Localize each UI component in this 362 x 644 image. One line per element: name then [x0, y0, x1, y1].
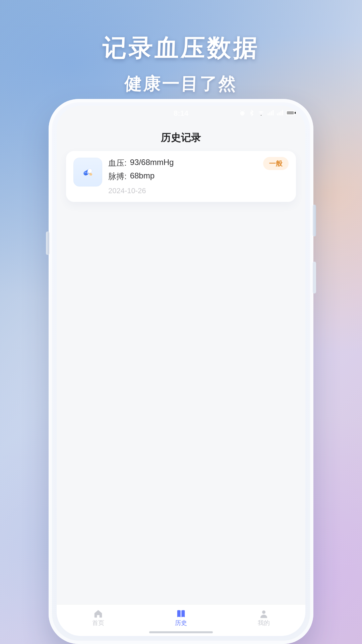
history-card[interactable]: 一般 血压: 93/68mmHg 脉搏: 68bmp 2024-10-26 [66, 151, 296, 202]
pill-icon [81, 165, 95, 179]
bp-row: 血压: 93/68mmHg [108, 158, 289, 168]
record-thumbnail [73, 158, 102, 186]
status-badge: 一般 [263, 157, 289, 170]
tab-home-label: 首页 [92, 619, 104, 627]
history-list[interactable]: 一般 血压: 93/68mmHg 脉搏: 68bmp 2024-10-26 [66, 151, 296, 604]
record-date: 2024-10-26 [108, 186, 289, 195]
svg-point-1 [261, 115, 261, 116]
home-indicator [149, 631, 213, 633]
battery-icon [286, 110, 296, 116]
tab-mine-label: 我的 [258, 619, 270, 627]
signal-icon [267, 110, 274, 116]
svg-rect-4 [271, 111, 272, 115]
status-time: 8:14 [174, 109, 188, 118]
svg-rect-7 [279, 112, 280, 115]
tab-home[interactable]: 首页 [92, 609, 104, 627]
home-icon [93, 609, 103, 618]
svg-point-18 [262, 610, 265, 614]
marketing-subhead: 健康一目了然 [0, 72, 362, 96]
page-title: 历史记录 [57, 131, 305, 145]
svg-rect-8 [281, 111, 282, 115]
svg-rect-3 [269, 112, 270, 115]
bluetooth-icon [248, 110, 255, 116]
app-screen: 8:14 [57, 106, 305, 636]
signal-2-icon [277, 110, 283, 116]
tab-history-label: 历史 [175, 619, 187, 627]
svg-rect-2 [268, 114, 269, 115]
tab-mine[interactable]: 我的 [258, 609, 270, 627]
marketing-background: 记录血压数据 健康一目了然 8:14 [0, 0, 362, 644]
book-icon [176, 609, 186, 618]
tab-bar: 首页 历史 我的 [57, 604, 305, 636]
alarm-icon [239, 110, 246, 116]
status-bar: 8:14 [57, 106, 305, 121]
pulse-value: 68bmp [130, 171, 155, 182]
svg-rect-6 [277, 114, 278, 115]
status-icons [239, 110, 296, 116]
bp-label: 血压: [108, 158, 127, 168]
phone-mockup: 8:14 [49, 99, 313, 644]
svg-rect-9 [282, 110, 283, 115]
pulse-row: 脉搏: 68bmp [108, 171, 289, 182]
bp-value: 93/68mmHg [130, 158, 174, 168]
wifi-icon [258, 110, 264, 116]
tab-history[interactable]: 历史 [175, 609, 187, 627]
marketing-headline: 记录血压数据 [0, 32, 362, 64]
user-icon [259, 609, 269, 618]
svg-rect-5 [273, 110, 274, 115]
svg-rect-11 [295, 112, 296, 114]
record-body: 一般 血压: 93/68mmHg 脉搏: 68bmp 2024-10-26 [108, 158, 289, 195]
svg-rect-12 [287, 111, 294, 114]
pulse-label: 脉搏: [108, 171, 127, 182]
